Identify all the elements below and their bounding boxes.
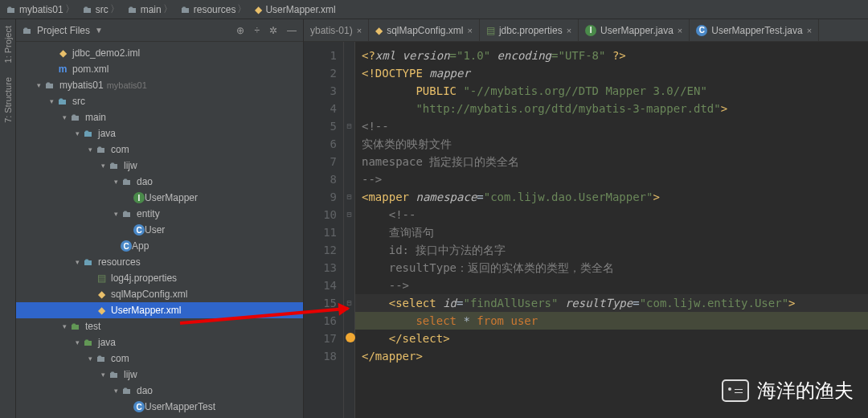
tree-item[interactable]: CUser xyxy=(16,222,303,238)
sort-icon[interactable]: ÷ xyxy=(254,25,260,36)
tree-item-label: java xyxy=(98,128,116,139)
close-icon[interactable]: × xyxy=(357,26,362,35)
expand-arrow-icon[interactable]: ▾ xyxy=(98,371,108,379)
expand-arrow-icon[interactable]: ▾ xyxy=(111,178,121,186)
class-icon: C xyxy=(133,401,145,412)
editor-tab[interactable]: ybatis-01)× xyxy=(304,19,369,41)
tree-item-label: resources xyxy=(98,256,141,268)
tree-item[interactable]: ▾🖿main xyxy=(16,109,303,125)
tree-item-label: mybatis01 xyxy=(59,80,104,91)
breadcrumb-item[interactable]: ◆UserMapper.xml xyxy=(252,4,338,15)
tree-item[interactable]: ▾🖿java xyxy=(16,334,303,350)
wechat-icon xyxy=(722,379,749,402)
xml-file-icon: ◆ xyxy=(95,305,108,316)
class-icon: C xyxy=(133,224,145,236)
code-editor[interactable]: 123456789101112131415161718 ⊟⊟⊟⊟ <?xml v… xyxy=(304,42,868,418)
close-icon[interactable]: × xyxy=(807,26,812,35)
expand-arrow-icon[interactable]: ▾ xyxy=(72,129,82,137)
tool-window-bar: 1: Project 7: Structure xyxy=(0,19,16,418)
tree-item[interactable]: ▾🖿mybatis01mybatis01 xyxy=(16,77,303,93)
interface-icon: I xyxy=(133,192,145,203)
breadcrumb-item[interactable]: 🖿resources〉 xyxy=(178,2,252,16)
editor-area: ybatis-01)× ◆sqlMapConfig.xml× ▤jdbc.pro… xyxy=(304,19,868,418)
folder-icon: 🖿 xyxy=(95,353,108,364)
tree-item[interactable]: ▾🖿dao xyxy=(16,383,303,399)
folder-icon: 🖿 xyxy=(108,369,121,380)
tree-item[interactable]: ▾🖿java xyxy=(16,125,303,141)
tree-item[interactable]: ▾🖿test xyxy=(16,318,303,334)
watermark: 海洋的渔夫 xyxy=(722,378,854,404)
tree-item-label: App xyxy=(132,240,149,252)
sidebar-header: 🖿 Project Files ▼ ⊕ ÷ ✲ — xyxy=(16,19,303,42)
tree-item[interactable]: ▤log4j.properties xyxy=(16,270,303,286)
tree-item[interactable]: ▾🖿resources xyxy=(16,254,303,270)
bulb-icon[interactable] xyxy=(346,333,355,342)
editor-tab[interactable]: IUserMapper.java× xyxy=(579,19,690,41)
xml-file-icon: ◆ xyxy=(255,4,262,15)
expand-arrow-icon[interactable]: ▾ xyxy=(34,81,43,89)
expand-arrow-icon[interactable]: ▾ xyxy=(98,162,108,170)
tree-item-label: UserMapper.xml xyxy=(111,305,181,316)
tree-item-label: UserMapper xyxy=(145,192,198,203)
tree-item[interactable]: mpom.xml xyxy=(16,61,303,77)
tree-item[interactable]: ◆jdbc_demo2.iml xyxy=(16,45,303,61)
expand-arrow-icon[interactable]: ▾ xyxy=(85,145,95,154)
tree-item[interactable]: ▾🖿lijw xyxy=(16,158,303,174)
breadcrumb-item[interactable]: 🖿main〉 xyxy=(125,2,178,16)
tree-item[interactable]: ▾🖿src xyxy=(16,93,303,109)
expand-arrow-icon[interactable]: ▾ xyxy=(72,338,82,346)
tree-item[interactable]: ◆sqlMapConfig.xml xyxy=(16,286,303,302)
tree-item[interactable]: CUserMapperTest xyxy=(16,399,303,415)
close-icon[interactable]: × xyxy=(468,26,473,35)
expand-arrow-icon[interactable]: ▾ xyxy=(85,354,95,363)
folder-icon: 🖿 xyxy=(6,4,16,15)
expand-arrow-icon[interactable]: ▾ xyxy=(59,113,69,121)
folder-icon: 🖿 xyxy=(108,160,121,171)
editor-tab[interactable]: ◆sqlMapConfig.xml× xyxy=(369,19,480,41)
tree-item[interactable]: ▾🖿com xyxy=(16,350,303,367)
editor-tab[interactable]: CUserMapperTest.java× xyxy=(690,19,819,41)
line-numbers: 123456789101112131415161718 xyxy=(304,42,344,418)
tree-item[interactable]: IUserMapper xyxy=(16,190,303,206)
properties-file-icon: ▤ xyxy=(486,25,495,36)
editor-tab[interactable]: ▤jdbc.properties× xyxy=(480,19,579,41)
breadcrumb-item[interactable]: 🖿src〉 xyxy=(80,2,125,16)
tree-item-label: jdbc_demo2.iml xyxy=(72,47,140,59)
folder-icon: 🖿 xyxy=(69,112,82,123)
tree-item-label: java xyxy=(98,337,116,348)
close-icon[interactable]: × xyxy=(678,26,682,35)
tree-item-label: main xyxy=(85,112,106,123)
gear-icon[interactable]: ✲ xyxy=(269,25,277,36)
tree-item[interactable]: ▾🖿dao xyxy=(16,174,303,190)
tree-item[interactable]: ▾🖿lijw xyxy=(16,367,303,383)
folder-icon: 🖿 xyxy=(43,80,56,91)
sidebar-scope-dropdown[interactable]: 🖿 Project Files ▼ xyxy=(23,25,231,36)
expand-arrow-icon[interactable]: ▾ xyxy=(72,258,82,266)
code-content[interactable]: <?xml version="1.0" encoding="UTF-8" ?> … xyxy=(355,42,868,418)
tree-item-label: entity xyxy=(137,208,160,219)
project-tree[interactable]: ◆jdbc_demo2.imlmpom.xml▾🖿mybatis01mybati… xyxy=(16,42,303,418)
expand-arrow-icon[interactable]: ▾ xyxy=(111,210,121,218)
chevron-down-icon: ▼ xyxy=(95,26,103,35)
editor-tabs: ybatis-01)× ◆sqlMapConfig.xml× ▤jdbc.pro… xyxy=(304,19,868,42)
toolwindow-project[interactable]: 1: Project xyxy=(3,26,13,63)
fold-gutter[interactable]: ⊟⊟⊟⊟ xyxy=(344,42,355,418)
expand-arrow-icon[interactable]: ▾ xyxy=(111,387,121,395)
tree-item[interactable]: ▾🖿com xyxy=(16,141,303,158)
tree-item-label: dao xyxy=(137,385,153,396)
collapse-icon[interactable]: — xyxy=(287,25,297,36)
expand-arrow-icon[interactable]: ▾ xyxy=(59,322,69,330)
folder-icon: 🖿 xyxy=(56,96,69,107)
folder-icon: 🖿 xyxy=(121,176,133,187)
tree-item[interactable]: ▾🖿entity xyxy=(16,206,303,222)
locate-file-icon[interactable]: ⊕ xyxy=(236,25,244,36)
expand-arrow-icon[interactable]: ▾ xyxy=(47,97,56,105)
interface-icon: I xyxy=(585,25,596,36)
tree-item-label: lijw xyxy=(124,369,137,380)
folder-icon: 🖿 xyxy=(95,144,108,155)
breadcrumb-item[interactable]: 🖿mybatis01〉 xyxy=(3,2,80,16)
folder-icon: 🖿 xyxy=(121,385,133,396)
tree-item[interactable]: CApp xyxy=(16,238,303,254)
toolwindow-structure[interactable]: 7: Structure xyxy=(3,77,13,123)
close-icon[interactable]: × xyxy=(567,26,571,35)
